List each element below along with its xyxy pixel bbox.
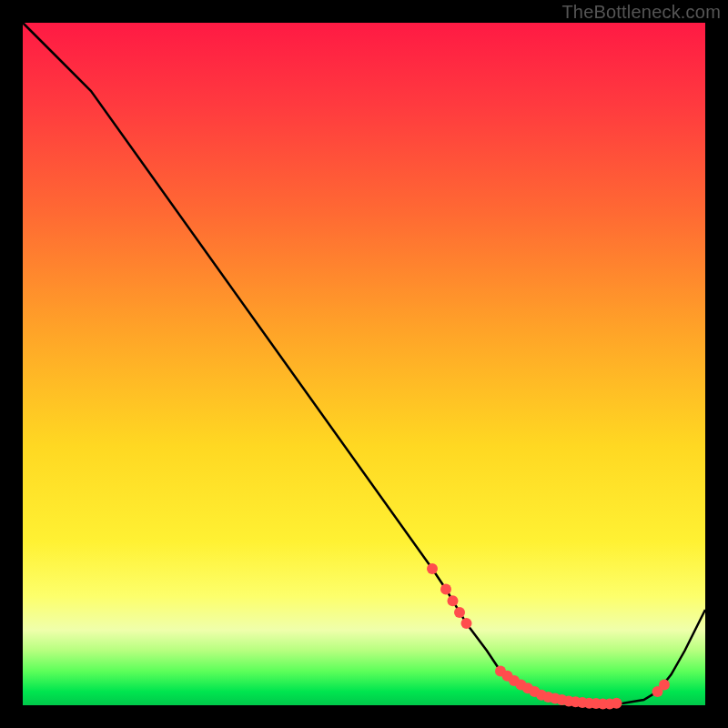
curve-marker (461, 618, 472, 629)
curve-marker (448, 595, 459, 606)
chart-frame: TheBottleneck.com (0, 0, 728, 728)
curve-marker (440, 584, 451, 595)
curve-svg (23, 23, 705, 705)
curve-marker (612, 698, 622, 709)
plot-area (23, 23, 705, 705)
curve-markers (427, 563, 670, 710)
attribution-text: TheBottleneck.com (561, 2, 721, 23)
main-curve (23, 23, 705, 704)
curve-marker (454, 607, 465, 618)
curve-marker (659, 680, 670, 691)
curve-marker (427, 563, 438, 574)
